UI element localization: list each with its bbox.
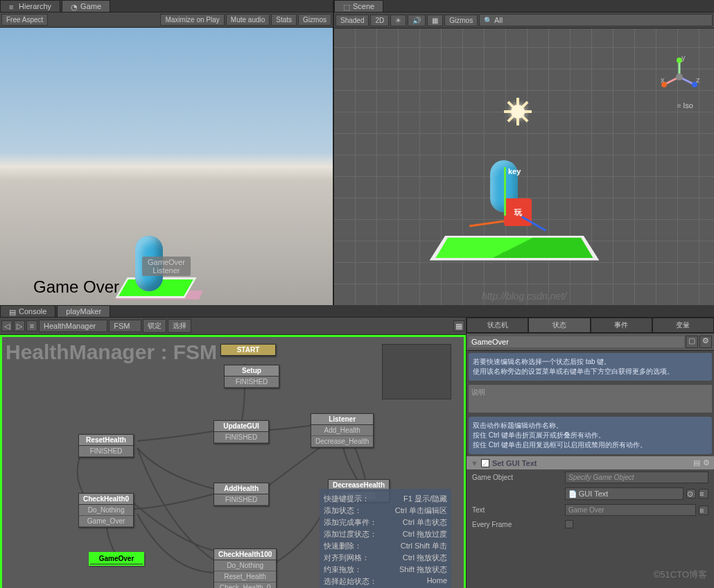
gameobject-field[interactable]: Specify Game Object [565,472,708,483]
guitext-var[interactable]: ≡ [699,489,708,499]
scene-tab[interactable]: ⬚Scene [334,0,383,12]
setup-state[interactable]: SetupFINISHED [224,365,279,388]
y-arrow[interactable] [504,167,506,216]
svg-text:y: y [681,56,686,62]
minimap[interactable] [382,344,451,399]
action-help-icon[interactable]: ▤ [693,458,700,467]
game-panel: ≡Hierarchy ◔Game Free Aspect Maximize on… [0,0,334,305]
hierarchy-tab[interactable]: ≡Hierarchy [0,0,60,12]
pm-canvas[interactable]: HealthManager : FSM START SetupF [0,335,466,588]
checkhealth100-row1: Do_Nothing [214,560,276,571]
mute-toggle[interactable]: Mute audio [226,14,270,26]
text-row: Text Game Over ≡ [467,502,714,518]
start-state[interactable]: START [220,344,276,356]
bottom-tabs: ▤Console playMaker [0,305,714,318]
action-gear-icon[interactable]: ⚙ [703,458,710,467]
gameover-label: GameOver [90,553,143,564]
scene-playmaker-icon: 玩 [504,198,532,226]
var-tab[interactable]: 变量 [652,318,714,333]
updategui-state[interactable]: UpdateGUIFINISHED [214,420,269,444]
checkhealth0-row2: Game_Over [79,516,133,527]
console-tab[interactable]: ▤Console [0,305,55,317]
scene-gizmos-dropdown[interactable]: Gizmos [444,15,478,26]
orientation-gizmo[interactable]: y x z [659,56,700,98]
inspector-tabs: 状态机 状态 事件 变量 [467,318,714,334]
guitext-row: 📄 GUI Text ⊙ ≡ [467,485,714,502]
x-arrow[interactable] [469,220,504,227]
scene-label: Scene [353,2,374,10]
scene-viewport[interactable]: key 玩 y x z ≡ Iso htt [334,28,714,305]
game-viewport[interactable]: GameOverListener Game Over [0,28,333,305]
2d-toggle[interactable]: 2D [370,15,389,26]
shaded-dropdown[interactable]: Shaded [336,15,369,26]
playmaker-panel: ◁ ▷ ≡ HealthManager FSM 锁定 选择 ▦ HealthMa… [0,318,466,588]
addhealth-state[interactable]: AddHealthFINISHED [214,483,269,506]
hint2: 双击动作标题编辑动作名称。 按住 Ctrl 键单击折页展开或折叠所有动作。 按住… [469,417,712,454]
everyframe-check[interactable] [565,520,573,528]
updategui-label: UpdateGUI [214,421,268,432]
console-label: Console [19,307,46,315]
everyframe-label: Every Frame [472,521,562,528]
checkhealth100-row2: Reset_Health [214,571,276,582]
blog-watermark: ©51CTO博客 [654,569,707,581]
pm-back[interactable]: ◁ [1,320,12,331]
scene-tabs: ⬚Scene [334,0,714,12]
hint1: 若要快速编辑名称选择一个状态后按 tab 键。 使用该名称旁边的设置菜单或右键单… [469,353,712,381]
action-enable-check[interactable]: ✓ [481,459,489,467]
gear-btn[interactable]: ⚙ [699,336,712,348]
guitext-field[interactable]: 📄 GUI Text [565,487,683,500]
fx-icon[interactable]: ▦ [427,15,443,26]
game-label: Game [80,2,101,10]
addhealth-row: FINISHED [214,494,268,505]
scene-search[interactable]: 🔍 All [479,14,713,26]
pm-forward[interactable]: ▷ [14,320,25,331]
state-name-field[interactable]: GameOver [469,336,684,347]
text-field[interactable]: Game Over [565,504,696,516]
pm-lock[interactable]: 锁定 [143,319,166,333]
playmaker-tab[interactable]: playMaker [57,305,110,317]
aspect-dropdown[interactable]: Free Aspect [1,14,48,26]
game-tab[interactable]: ◔Game [62,0,110,12]
checkhealth100-label: CheckHealth100 [214,549,276,560]
inspector-panel: 状态机 状态 事件 变量 GameOver ▢ ⚙ 若要快速编辑名称选择一个状态… [466,318,714,588]
text-var[interactable]: ≡ [699,505,708,515]
resethealth-state[interactable]: ResetHealthFINISHED [78,434,134,458]
checkhealth0-state[interactable]: CheckHealth0Do_NothingGame_Over [78,493,134,528]
gizmos-dropdown[interactable]: Gizmos [298,14,331,26]
light-icon[interactable]: ☀ [390,15,406,26]
checkhealth100-row3: Check_Health_0 [214,582,276,588]
scene-floor [430,236,600,260]
state-tab[interactable]: 状态 [528,318,590,333]
fsm-tab[interactable]: 状态机 [467,318,528,333]
listener-state[interactable]: ListenerAdd_HealthDecrease_Health [311,413,374,448]
description-field[interactable]: 说明 [469,385,712,413]
setup-label: Setup [225,365,279,377]
stats-toggle[interactable]: Stats [271,14,297,26]
playmaker-label: playMaker [66,307,101,315]
scene-panel: ⬚Scene Shaded 2D ☀ 🔊 ▦ Gizmos 🔍 All key [334,0,714,305]
pm-settings[interactable]: ▦ [453,320,464,331]
action-header[interactable]: ▼ ✓ Set GUI Text ▤ ⚙ [467,456,714,469]
key-label: key [508,167,521,175]
game-icon: ◔ [71,3,78,10]
color-btn[interactable]: ▢ [686,336,698,348]
guitext-picker[interactable]: ⊙ [686,489,696,499]
checkhealth0-label: CheckHealth0 [79,494,133,505]
event-tab[interactable]: 事件 [591,318,652,333]
audio-icon[interactable]: 🔊 [408,15,426,26]
pm-object-dropdown[interactable]: HealthManager [39,320,107,332]
iso-label[interactable]: ≡ Iso [677,101,693,110]
gameover-listener-label: GameOverListener [142,257,191,276]
game-tabs: ≡Hierarchy ◔Game [0,0,333,12]
action-title: Set GUI Text [492,459,537,467]
svg-text:z: z [696,76,700,84]
checkhealth100-state[interactable]: CheckHealth100Do_NothingReset_HealthChec… [214,548,277,588]
text-label: Text [472,506,562,514]
pm-fsm-dropdown[interactable]: FSM [109,320,141,332]
pm-select[interactable]: 选择 [168,319,191,333]
pm-menu[interactable]: ≡ [26,320,37,331]
everyframe-row: Every Frame [467,518,714,530]
maximize-toggle[interactable]: Maximize on Play [160,14,224,26]
gameover-state[interactable]: GameOver [89,552,144,566]
updategui-row: FINISHED [214,432,268,443]
